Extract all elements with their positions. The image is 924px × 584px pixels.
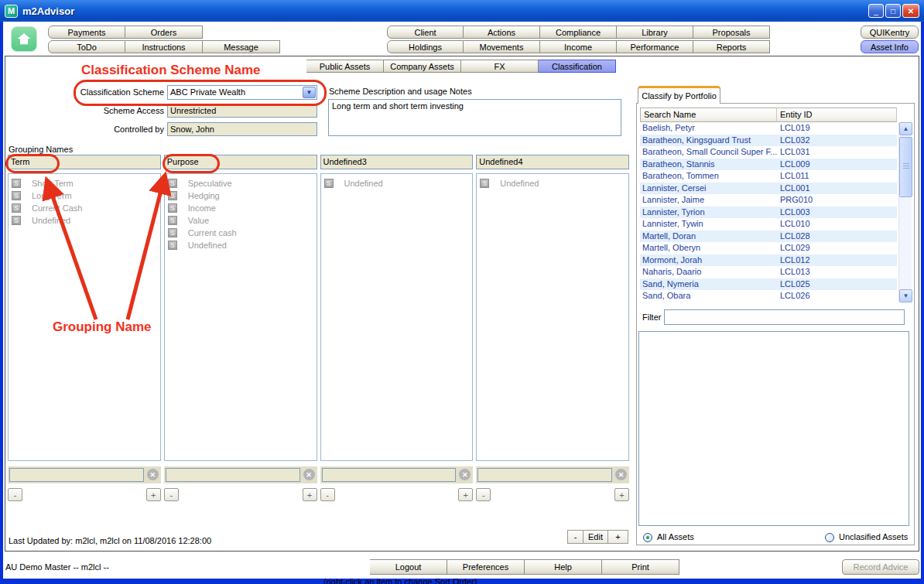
table-row[interactable]: Sand, Obara LCL026	[640, 290, 897, 302]
portfolio-empty-listbox[interactable]	[638, 331, 909, 526]
minimize-button[interactable]: _	[868, 4, 884, 18]
annotation-grouping-heading: Grouping Name	[53, 319, 152, 335]
toolbar-button[interactable]: Library	[617, 26, 693, 39]
scheme-minus-button[interactable]: -	[567, 530, 583, 544]
unclassified-assets-radio[interactable]	[825, 533, 834, 542]
scroll-down-icon[interactable]: ▼	[899, 289, 912, 302]
portfolio-scrollbar[interactable]: ▲ ▼	[898, 122, 912, 302]
list-item[interactable]: S Undefined	[321, 177, 473, 190]
toolbar-button[interactable]: Proposals	[693, 26, 770, 39]
list-item[interactable]: S Undefined	[165, 239, 317, 251]
grouping-item-list[interactable]: S Undefined	[320, 173, 474, 461]
scheme-plus-button[interactable]: +	[608, 530, 628, 544]
clear-icon[interactable]: ✕	[459, 469, 471, 480]
remove-item-button[interactable]: -	[164, 488, 179, 501]
toolbar-button[interactable]: Movements	[464, 40, 540, 53]
add-item-button[interactable]: +	[458, 488, 473, 501]
all-assets-radio[interactable]	[643, 533, 652, 542]
group-button-row: - +	[164, 488, 317, 501]
toolbar-button[interactable]: ToDo	[48, 40, 125, 53]
toolbar-button[interactable]: Payments	[48, 26, 125, 39]
remove-item-button[interactable]: -	[320, 488, 335, 501]
filter-input[interactable]	[664, 309, 905, 325]
sort-symbol-icon: S	[168, 179, 177, 188]
clear-icon[interactable]: ✕	[615, 469, 627, 480]
list-item[interactable]: S Undefined	[477, 177, 628, 190]
table-row[interactable]: Mormont, Jorah LCL012	[640, 254, 897, 267]
asset-tab[interactable]: Company Assets	[384, 60, 461, 73]
toolbar-button[interactable]: Instructions	[125, 40, 203, 53]
grouping-item-list[interactable]: S Short Term S Long Term S Current Cash	[8, 173, 161, 461]
tab-classify-by-portfolio[interactable]: Classify by Portfolio	[638, 86, 720, 104]
table-row[interactable]: Lannister, Tywin LCL010	[640, 218, 897, 231]
toolbar-button[interactable]: Message	[203, 40, 280, 53]
group-filter-input[interactable]	[166, 468, 300, 482]
record-advice-button[interactable]: Record Advice	[842, 559, 919, 575]
scroll-up-icon[interactable]: ▲	[899, 122, 912, 135]
toolbar-button[interactable]: Compliance	[540, 26, 617, 39]
table-row[interactable]: Sand, Nymeria LCL025	[640, 278, 897, 291]
table-row[interactable]: Naharis, Daario LCL013	[640, 266, 897, 278]
table-row[interactable]: Baratheon, Stannis LCL009	[640, 159, 897, 171]
toolbar-button[interactable]: Reports	[693, 40, 770, 53]
table-row[interactable]: Martell, Doran LCL028	[640, 231, 897, 243]
asset-tab[interactable]: Classification	[539, 60, 616, 73]
quikentry-button[interactable]: QUIKentry	[861, 26, 919, 39]
maximize-button[interactable]: □	[885, 4, 901, 18]
list-item[interactable]: S Long Term	[9, 190, 160, 202]
table-row[interactable]: Martell, Oberyn LCL029	[640, 242, 897, 254]
grouping-item-list[interactable]: S Speculative S Hedging S Income	[164, 173, 317, 461]
asset-info-button[interactable]: Asset Info	[861, 40, 919, 53]
list-item[interactable]: S Undefined	[9, 214, 160, 227]
clear-icon[interactable]: ✕	[147, 469, 159, 480]
toolbar-button[interactable]: Performance	[617, 40, 693, 53]
toolbar-button[interactable]: Holdings	[387, 40, 464, 53]
toolbar-button[interactable]: Client	[387, 26, 464, 39]
column-header-entity-id[interactable]: Entity ID	[777, 108, 897, 122]
close-button[interactable]: ✕	[902, 4, 919, 18]
grouping-name-header[interactable]: Undefined3	[320, 155, 474, 169]
footer-button[interactable]: Logout	[370, 559, 447, 575]
clear-icon[interactable]: ✕	[303, 469, 315, 480]
list-item[interactable]: S Current Cash	[9, 202, 160, 214]
list-item[interactable]: S Current cash	[165, 227, 317, 239]
footer-button[interactable]: Help	[525, 559, 602, 575]
toolbar-button[interactable]: Orders	[125, 26, 203, 39]
grouping-name-header[interactable]: Undefined4	[476, 155, 629, 169]
scrollbar-thumb[interactable]	[899, 137, 912, 197]
table-row[interactable]: Baratheon, Tommen LCL011	[640, 170, 897, 183]
column-header-search-name[interactable]: Search Name	[640, 108, 777, 122]
remove-item-button[interactable]: -	[476, 488, 491, 501]
table-row[interactable]: Lannister, Cersei LCL001	[640, 183, 897, 195]
grouping-item-list[interactable]: S Undefined	[476, 173, 629, 461]
scheme-edit-button[interactable]: Edit	[583, 530, 608, 544]
group-filter-input[interactable]	[322, 468, 457, 482]
asset-tab[interactable]: Public Assets	[306, 60, 384, 73]
asset-tab[interactable]: FX	[461, 60, 539, 73]
remove-item-button[interactable]: -	[8, 488, 22, 501]
scheme-description-box[interactable]: Long term and short term investing	[328, 99, 621, 136]
add-item-button[interactable]: +	[614, 488, 629, 501]
table-row[interactable]: Baratheon, Kingsguard Trust LCL032	[640, 135, 897, 147]
footer-button[interactable]: Print	[602, 559, 679, 575]
search-name-cell: Sand, Nymeria	[640, 278, 778, 291]
table-row[interactable]: Baratheon, Small Council Super F... LCL0…	[640, 146, 897, 159]
toolbar-button[interactable]: Actions	[464, 26, 540, 39]
group-filter-input[interactable]	[9, 468, 144, 482]
toolbar-button[interactable]: Income	[540, 40, 617, 53]
add-item-button[interactable]: +	[146, 488, 161, 501]
footer-button[interactable]: Preferences	[447, 559, 525, 575]
add-item-button[interactable]: +	[303, 488, 317, 501]
list-item[interactable]: S Hedging	[165, 190, 317, 202]
group-filter-input[interactable]	[477, 468, 612, 482]
list-item[interactable]: S Speculative	[165, 177, 317, 190]
group-button-row: - +	[8, 488, 161, 501]
home-button[interactable]	[11, 26, 37, 52]
list-item[interactable]: S Value	[165, 214, 317, 227]
list-item[interactable]: S Income	[165, 202, 317, 214]
table-row[interactable]: Lannister, Tyrion LCL003	[640, 207, 897, 219]
table-row[interactable]: Lannister, Jaime PRG010	[640, 194, 897, 207]
list-item[interactable]: S Short Term	[9, 177, 160, 190]
status-bar: AU Demo Master -- m2lcl -- Logout Prefer…	[3, 552, 921, 579]
table-row[interactable]: Baelish, Petyr LCL019	[640, 122, 897, 135]
